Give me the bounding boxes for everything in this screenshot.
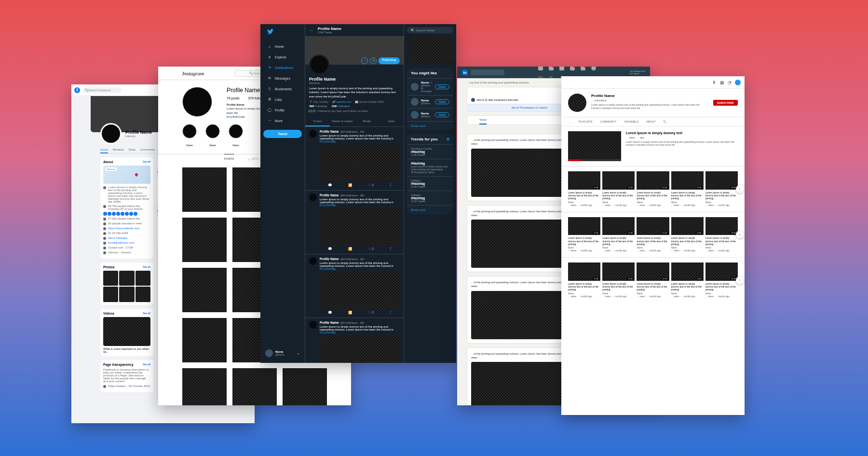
tw-trend-item[interactable]: Trending in Country #Hashtag 1,232 Tweet… [407,144,453,159]
li-premium-link[interactable]: Try Premium Freefor 1 Month [630,70,645,75]
ig-profile-avatar[interactable] [182,87,212,117]
tw-followed-by[interactable]: Followed by Joe, Sarp, and 8 others you … [309,109,400,113]
yt-video-card[interactable]: 11:32 Lorem Ipsum is simply dummy text o… [602,217,635,253]
fb-tab-reviews[interactable]: Reviews [113,148,124,151]
yt-video-card[interactable]: 11:32 Lorem Ipsum is simply dummy text o… [602,171,635,207]
tw-tweet[interactable]: Profile Name@ProfileName · 18h Lorem Ips… [305,127,404,191]
share-icon[interactable]: ⤴ [390,247,392,251]
yt-video-card[interactable]: 11:32 Lorem Ipsum is simply dummy text o… [637,217,669,253]
tw-nav-explore[interactable]: #Explore [263,52,302,62]
tw-tweet-media[interactable] [320,272,400,309]
retweet-icon[interactable]: 🔁 [348,183,353,187]
yt-video-card[interactable]: 11:32 Lorem Ipsum is simply dummy text o… [705,217,738,253]
ig-post-thumb[interactable] [182,167,227,212]
tw-nav-home[interactable]: ⌂Home [263,41,302,52]
instagram-logo[interactable]: Instagram [182,70,204,76]
tw-tweet[interactable]: Profile Name@ProfileName · 18h Lorem Ips… [305,254,404,318]
tw-nav-messages[interactable]: ✉Messages [263,73,302,83]
reply-icon[interactable]: 💬 [328,311,332,315]
tw-follow-suggestion[interactable]: Name @Name Follow [407,108,453,121]
tw-profile-avatar[interactable] [309,55,329,75]
carousel-next-icon[interactable]: › [736,231,744,238]
yt-video-card[interactable]: 11:32 Lorem Ipsum is simply dummy text o… [671,217,704,253]
yt-video-card[interactable]: 11:32 Lorem Ipsum is simply dummy text o… [705,263,738,298]
reply-icon[interactable]: 💬 [328,247,332,251]
li-tab-videos[interactable]: Videos [479,116,487,124]
fb-about-seeall[interactable]: See all [143,160,150,164]
tw-nav-bookmarks[interactable]: ▯Bookmarks [263,83,302,94]
tw-trend-item[interactable]: #Hashtag Lorem ipsum is simply dummy tex… [407,159,453,176]
tw-followers-link[interactable]: 556 Followers [332,105,350,108]
share-icon[interactable]: ⤴ [390,311,392,315]
yt-video-card[interactable]: 11:32 Lorem Ipsum is simply dummy text o… [568,217,600,253]
yt-video-card[interactable]: 11:32 Lorem Ipsum is simply dummy text o… [568,263,600,298]
reply-icon[interactable]: 💬 [328,183,332,187]
tw-tab-likes[interactable]: Likes [379,117,404,126]
ig-tab-posts[interactable]: POSTS [224,154,234,164]
tw-tweet-avatar[interactable] [309,130,317,138]
tw-trend-item[interactable]: Category #Hashtag 13.5K Tweets [407,176,453,191]
tw-follow-button[interactable]: Follow [435,112,449,117]
like-icon[interactable]: ♡ 0 [368,183,374,187]
li-nav-home[interactable]: Home [537,67,544,80]
tw-tweet-media[interactable] [320,145,400,181]
gear-icon[interactable]: ⚙ [447,138,449,141]
tw-following-button[interactable]: Following [379,57,400,64]
yt-video-card[interactable]: 11:32 Lorem Ipsum is simply dummy text o… [705,171,738,207]
tw-follow-suggestion[interactable]: Name @Name Follow [407,95,453,108]
fb-website-link[interactable]: https://www.website.com [108,227,140,230]
fb-tab-shop[interactable]: Shop [129,148,136,151]
yt-channel-avatar[interactable] [568,94,586,112]
tw-tab-replies[interactable]: Tweets & replies [330,117,354,126]
yt-video-card[interactable]: 11:32 Lorem Ipsum is simply dummy text o… [671,263,704,298]
share-icon[interactable]: ⤴ [390,183,392,187]
fb-tab-community[interactable]: Community [140,148,155,151]
yt-featured-video[interactable]: Lorem Ipsum is simply dummy text … views… [561,126,745,166]
twitter-logo-icon[interactable] [267,29,302,37]
carousel-next-icon[interactable]: › [736,276,744,284]
yt-subscribe-button[interactable]: SUBSCRIBE [713,100,738,106]
tw-tweet-media[interactable] [320,208,400,245]
like-icon[interactable]: ♡ 0 [368,247,374,251]
back-arrow-icon[interactable]: ← [309,28,314,33]
yt-video-card[interactable]: 11:32 Lorem Ipsum is simply dummy text o… [568,171,600,207]
yt-account-avatar[interactable] [735,80,741,85]
tw-more-button[interactable]: ⋯ [361,57,368,64]
fb-search-input[interactable]: 🔍 Search Facebook [83,87,122,93]
tw-tab-media[interactable]: Media [354,117,379,126]
tw-tab-tweets[interactable]: Tweets [305,117,330,126]
fb-map[interactable]: Directions [103,166,150,184]
retweet-icon[interactable]: 🔁 [348,311,353,315]
tw-nav-notifications[interactable]: ◔Notifications [263,62,302,73]
yt-tab-channels[interactable]: CHANNELS [624,117,638,126]
ig-story-item[interactable]: Name [182,124,197,148]
tw-account-switcher[interactable]: Name@Name ⌄ [263,347,302,359]
retweet-icon[interactable]: 🔁 [348,247,353,251]
ig-story-item[interactable]: Name [229,124,243,148]
fb-photo[interactable] [103,271,118,286]
tw-tweet-avatar[interactable] [309,321,317,329]
tw-show-more-link[interactable]: Show more [407,205,453,214]
li-search-input[interactable] [471,69,504,75]
yt-apps-icon[interactable]: ▦ [719,80,724,85]
fb-video-thumb[interactable] [103,317,150,346]
tw-tweet[interactable]: Profile Name@ProfileName · 18h Lorem Ips… [305,191,404,254]
tw-search-input[interactable]: 🔍Search Twitter [407,27,453,33]
yt-progress-bar[interactable] [568,159,621,161]
search-icon[interactable]: 🔍 [663,117,666,126]
fb-profile-avatar[interactable] [100,123,122,144]
yt-video-card[interactable]: 11:32 Lorem Ipsum is simply dummy text o… [637,263,669,298]
tw-follow-button[interactable]: Follow [435,99,449,104]
tw-tweet-avatar[interactable] [309,257,317,265]
yt-video-card[interactable]: 11:32 Lorem Ipsum is simply dummy text o… [671,171,704,207]
tw-notify-button[interactable]: ◔ [370,57,377,64]
tw-tweet-avatar[interactable] [309,193,317,201]
tw-website-link[interactable]: 🔗 website.com [332,100,351,103]
fb-tab-home[interactable]: Home [100,148,108,151]
tw-follow-suggestion[interactable]: Name✔ @Name⚑ Promoted Follow [407,78,453,95]
yt-tab-about[interactable]: ABOUT [646,117,655,126]
yt-notifications-icon[interactable]: ◔ [727,80,732,85]
tw-following-link[interactable]: 398 Following [309,105,327,108]
ig-story-item[interactable]: Name [205,124,220,148]
ig-tab-igtv[interactable]: ▷ IGTV [248,154,258,164]
